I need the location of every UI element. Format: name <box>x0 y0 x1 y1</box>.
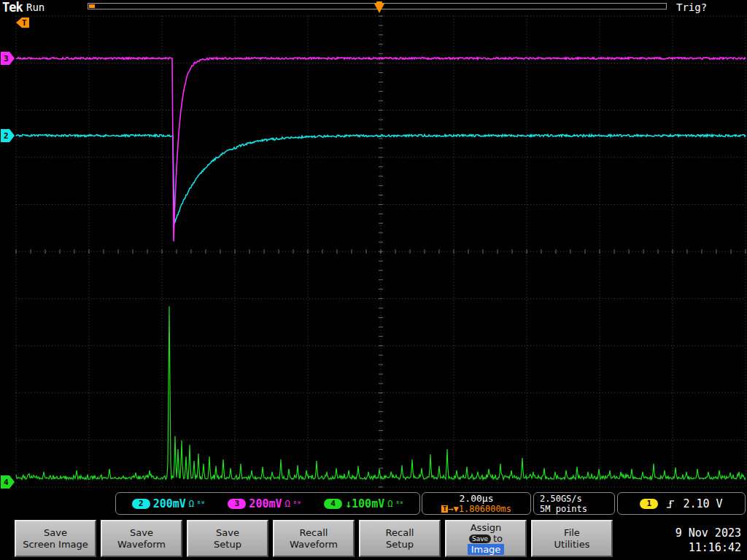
channel-badge: 4 <box>324 499 342 509</box>
channel-marker-label: 2 <box>4 131 9 141</box>
menu-button-label: Recall <box>386 527 414 539</box>
oscilloscope-screen: 423T Tek Run Trig? 2200mVΩᴮᵂ3200mVΩᴮᵂ4↓1… <box>0 0 747 560</box>
menu-button-assign-save-to-image[interactable]: AssignSavetoImage <box>445 520 527 557</box>
channel-badge: 2 <box>132 499 150 509</box>
menu-button-recall-setup[interactable]: RecallSetup <box>359 520 441 557</box>
rising-edge-icon <box>665 499 676 509</box>
channel-scale: 200mV <box>153 497 186 510</box>
menu-button-label: Waveform <box>290 539 338 551</box>
datetime-display: 9 Nov 2023 11:16:42 <box>639 526 746 555</box>
bandwidth-icon: ᴮᵂ <box>293 500 301 508</box>
assign-label: Assign <box>471 522 502 534</box>
channel-badge: 3 <box>228 499 246 509</box>
tek-logo: Tek <box>2 0 23 15</box>
date-value: 9 Nov 2023 <box>639 526 741 540</box>
channel-marker-label: 3 <box>4 54 9 63</box>
menu-button-label: Screen Image <box>23 539 88 551</box>
trigger-t-icon: T <box>441 505 448 513</box>
acquisition-readout-box: 2.50GS/s 5M points <box>533 492 615 515</box>
coupling-icon: Ω <box>189 499 194 509</box>
bandwidth-icon: ᴮᵂ <box>197 500 205 508</box>
channel-readout-ch3[interactable]: 3200mVΩᴮᵂ <box>228 497 301 510</box>
menu-button-label: Save <box>130 527 153 539</box>
trigger-delay-readout: T→▼1.806000ms <box>422 504 530 514</box>
graticule-area: 423T <box>0 0 747 560</box>
trigger-level-value: 2.10 V <box>683 497 722 510</box>
bandwidth-icon: ᴮᵂ <box>395 500 403 508</box>
trigger-readout-box: 1 2.10 V <box>617 492 746 515</box>
acquisition-status: Run <box>26 1 44 13</box>
coupling-icon: Ω <box>387 499 392 509</box>
menu-button-save-setup[interactable]: SaveSetup <box>187 520 268 557</box>
trigger-flag-label: T <box>22 18 27 28</box>
menu-button-label: Setup <box>214 539 241 551</box>
menu-button-recall-waveform[interactable]: RecallWaveform <box>273 520 355 557</box>
timebase-readout-box: 2.00μs T→▼1.806000ms <box>422 492 531 515</box>
trigger-status: Trig? <box>676 1 707 13</box>
menu-button-label: Save <box>44 527 67 539</box>
channel-marker-label: 4 <box>4 478 9 487</box>
trigger-delay-arrows: →▼ <box>448 504 458 514</box>
trigger-source-badge: 1 <box>640 499 658 509</box>
to-label: to <box>493 534 503 544</box>
menu-button-label: Recall <box>300 527 328 539</box>
assign-target-image: Image <box>468 544 505 555</box>
channel-readouts-box: 2200mVΩᴮᵂ3200mVΩᴮᵂ4↓100mVΩᴮᵂ <box>115 492 420 515</box>
time-value: 11:16:42 <box>639 540 741 555</box>
channel-scale: ↓100mV <box>345 497 384 510</box>
coupling-icon: Ω <box>285 499 290 509</box>
record-length: 5M points <box>540 504 614 514</box>
menu-button-label: Waveform <box>117 539 166 551</box>
menu-button-save-waveform[interactable]: SaveWaveform <box>101 520 182 557</box>
channel-readout-ch2[interactable]: 2200mVΩᴮᵂ <box>132 497 205 510</box>
menu-button-file-utilities[interactable]: FileUtilities <box>531 520 613 557</box>
menu-button-label: Utilities <box>554 539 590 551</box>
menu-button-save-screen-image[interactable]: SaveScreen Image <box>15 520 96 557</box>
trigger-position-icon <box>89 4 95 8</box>
expansion-marker-icon[interactable] <box>374 4 384 13</box>
menu-button-label: File <box>564 527 580 539</box>
timebase-value: 2.00μs <box>422 494 530 504</box>
trigger-delay-value: 1.806000ms <box>459 504 511 514</box>
save-badge: Save <box>469 534 491 543</box>
channel-scale: 200mV <box>249 497 282 510</box>
menu-button-label: Setup <box>386 539 414 551</box>
sample-rate: 2.50GS/s <box>540 494 614 504</box>
menu-button-label: Save <box>216 527 239 539</box>
channel-readout-ch4[interactable]: 4↓100mVΩᴮᵂ <box>324 497 403 510</box>
